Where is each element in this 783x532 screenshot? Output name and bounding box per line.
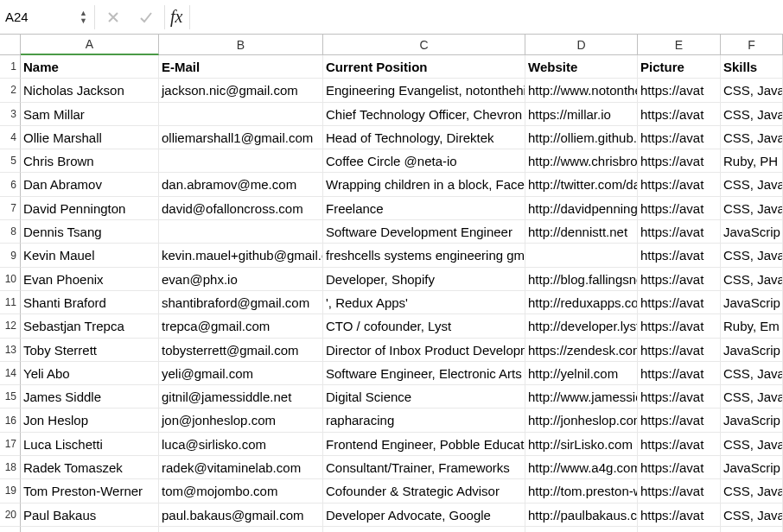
cell[interactable]: Jon Heslop [21, 408, 159, 432]
cell[interactable]: http://jonheslop.com [525, 408, 638, 432]
cell[interactable] [159, 527, 323, 532]
cell[interactable]: Kevin Mauel [21, 244, 159, 267]
cell[interactable]: CSS, Java [721, 197, 783, 220]
cell[interactable]: CSS, Java [721, 173, 783, 196]
row-header[interactable]: 3 [0, 103, 21, 126]
cell[interactable]: evan@phx.io [159, 268, 323, 291]
name-box-stepper[interactable]: ▲ ▼ [80, 3, 87, 31]
row-header[interactable]: 20 [0, 504, 21, 527]
cell[interactable] [159, 149, 323, 173]
cell[interactable]: CSS, Java [721, 103, 783, 126]
cell[interactable]: http://paulbakaus.com [525, 504, 638, 527]
cell[interactable]: David Pennington [21, 197, 159, 220]
cell[interactable]: https://avat [638, 79, 721, 102]
row-header[interactable]: 10 [0, 268, 21, 291]
cell[interactable]: Coffee Circle @neta-io [323, 149, 525, 173]
cell[interactable]: https://avat [638, 244, 721, 267]
cell[interactable]: https://avat [638, 339, 721, 362]
cell[interactable]: Director of Inbox Product Development [323, 339, 525, 362]
cell[interactable]: Ruby, PH [721, 149, 783, 173]
cell[interactable]: Cofounder & Strategic Advisor [323, 479, 525, 503]
cell[interactable]: http://tom.preston-werner.com [525, 479, 638, 503]
cell[interactable] [159, 220, 323, 244]
cell[interactable]: tom@mojombo.com [159, 479, 323, 503]
cell[interactable]: ', Redux Apps' [323, 291, 525, 314]
cell[interactable]: Shanti Braford [21, 291, 159, 314]
cell[interactable]: Evan Phoenix [21, 268, 159, 291]
cell[interactable]: Skills [721, 55, 783, 79]
row-header[interactable]: 17 [0, 433, 21, 456]
cell[interactable]: http://developer.lyst.com [525, 314, 638, 338]
column-header-B[interactable]: B [159, 35, 323, 55]
cell[interactable]: Consultant/Trainer, Frameworks [323, 456, 525, 479]
cell[interactable]: E-Mail [159, 55, 323, 79]
cell[interactable]: https://avat [638, 220, 721, 244]
cell[interactable]: shantibraford@gmail.com [159, 291, 323, 314]
cell[interactable]: dan.abramov@me.com [159, 173, 323, 196]
cell[interactable]: olliemarshall1@gmail.com [159, 126, 323, 149]
confirm-icon[interactable] [135, 6, 157, 28]
cell[interactable]: Sam Millar [21, 103, 159, 126]
row-header[interactable]: 18 [0, 456, 21, 479]
row-header[interactable]: 1 [0, 55, 21, 79]
cell[interactable]: https://avat [638, 456, 721, 479]
row-header[interactable]: 16 [0, 408, 21, 432]
cell[interactable]: https://avat [638, 433, 721, 456]
row-header[interactable]: 15 [0, 385, 21, 408]
cell[interactable]: tobysterrett@gmail.com [159, 339, 323, 362]
name-box[interactable]: A24 [2, 3, 80, 31]
cell[interactable]: CSS, Java [721, 433, 783, 456]
cell[interactable]: Picture [638, 55, 721, 79]
cell[interactable]: Chief Technology Officer, Chevron [323, 103, 525, 126]
row-header[interactable]: 8 [0, 220, 21, 244]
cell[interactable]: Tom Preston-Werner [21, 479, 159, 503]
row-header[interactable]: 13 [0, 339, 21, 362]
cell[interactable]: http://blog.fallingsnow.net [525, 268, 638, 291]
cell[interactable]: Freelance [323, 197, 525, 220]
cell[interactable]: https://avat [638, 314, 721, 338]
cell[interactable]: https://avat [638, 126, 721, 149]
row-header[interactable]: 4 [0, 126, 21, 149]
cell[interactable]: http://dennistt.net [525, 220, 638, 244]
cell[interactable]: JavaScrip [721, 339, 783, 362]
cell[interactable]: gitnil@jamessiddle.net [159, 385, 323, 408]
cell[interactable]: Head of Technology, Direktek [323, 126, 525, 149]
cell[interactable]: CSS, Java [721, 362, 783, 385]
cell[interactable]: http://olliem.github.io [525, 126, 638, 149]
cell[interactable]: JavaScrip [721, 291, 783, 314]
cell[interactable]: http://www.notonthehighstreet.com [525, 79, 638, 102]
cell[interactable]: Dennis Tsang [21, 220, 159, 244]
row-header[interactable]: 5 [0, 149, 21, 173]
cell[interactable]: kevin.mauel+github@gmail.com [159, 244, 323, 267]
cell[interactable]: Toby Sterrett [21, 339, 159, 362]
cell[interactable] [159, 103, 323, 126]
cell[interactable]: JavaScrip [721, 220, 783, 244]
cell[interactable]: Current Position [323, 55, 525, 79]
cell[interactable]: http://www.a4g.com [525, 456, 638, 479]
cell[interactable]: Nicholas Jackson [21, 79, 159, 102]
column-header-C[interactable]: C [323, 35, 525, 55]
cell[interactable]: Paul Bakaus [21, 504, 159, 527]
cell[interactable]: CSS, Java [721, 244, 783, 267]
cell[interactable]: luca@sirlisko.com [159, 433, 323, 456]
cell[interactable]: Name [21, 55, 159, 79]
cell[interactable]: Luca Lischetti [21, 433, 159, 456]
cell[interactable]: https://avat [638, 408, 721, 432]
cell[interactable]: Yeli Abo [21, 362, 159, 385]
formula-input[interactable] [192, 3, 781, 31]
cell[interactable]: https://avat [638, 504, 721, 527]
cell[interactable]: Developer, Shopify [323, 268, 525, 291]
cell[interactable]: Developer Advocate, Google [323, 504, 525, 527]
cell[interactable]: https://zendesk.com [525, 339, 638, 362]
cell[interactable]: Digital Science [323, 385, 525, 408]
cell[interactable]: http://davidpennington.me [525, 197, 638, 220]
cancel-icon[interactable] [102, 6, 124, 28]
cell[interactable]: Engineering Evangelist, notonthehighstre… [323, 79, 525, 102]
cell[interactable]: https://avat [638, 173, 721, 196]
cell[interactable]: http://reduxapps.com [525, 291, 638, 314]
cell[interactable] [21, 527, 159, 532]
row-header[interactable]: 21 [0, 527, 21, 532]
cell[interactable]: Frontend Engineer, Pobble Education [323, 433, 525, 456]
cell[interactable]: http://www.jamessiddle.net [525, 385, 638, 408]
row-header[interactable]: 2 [0, 79, 21, 102]
